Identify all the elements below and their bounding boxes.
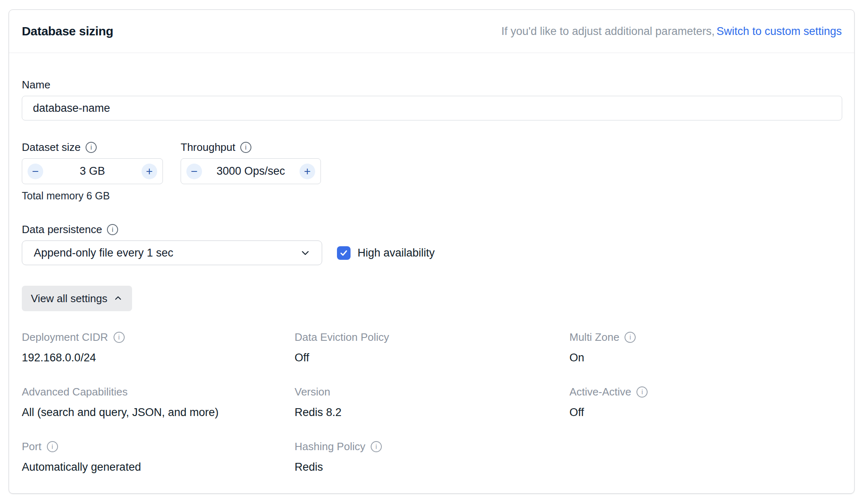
dataset-size-decrease-button[interactable]: − xyxy=(28,164,43,179)
dataset-size-label: Dataset size xyxy=(22,141,81,154)
data-persistence-section: Data persistence i Append-only file ever… xyxy=(22,223,842,265)
high-availability-checkbox[interactable] xyxy=(337,246,351,260)
setting-value: Off xyxy=(569,406,842,419)
setting-value: On xyxy=(569,351,842,364)
setting-value: Off xyxy=(295,351,569,364)
data-persistence-row: Append-only file every 1 sec High availa… xyxy=(22,240,842,265)
setting-label: Data Eviction Policy xyxy=(295,331,389,344)
dataset-size-group: Dataset size i − 3 GB + Total memory 6 G… xyxy=(22,141,163,202)
sizing-steppers-row: Dataset size i − 3 GB + Total memory 6 G… xyxy=(22,141,842,202)
database-sizing-card: Database sizing If you'd like to adjust … xyxy=(9,9,855,494)
setting-cell-deployment-cidr: Deployment CIDR i 192.168.0.0/24 xyxy=(22,331,295,364)
throughput-decrease-button[interactable]: − xyxy=(186,164,202,179)
view-all-settings-button[interactable]: View all settings xyxy=(22,286,132,311)
setting-value: 192.168.0.0/24 xyxy=(22,351,295,364)
checkmark-icon xyxy=(339,249,348,257)
data-persistence-info-icon[interactable]: i xyxy=(107,224,118,235)
view-all-settings-label: View all settings xyxy=(31,292,107,305)
throughput-group: Throughput i − 3000 Ops/sec + xyxy=(181,141,321,202)
dataset-size-increase-button[interactable]: + xyxy=(142,164,157,179)
switch-to-custom-settings-link[interactable]: Switch to custom settings xyxy=(716,25,842,37)
data-persistence-selected-value: Append-only file every 1 sec xyxy=(34,247,173,259)
setting-value: Automatically generated xyxy=(22,461,295,474)
setting-label: Advanced Capabilities xyxy=(22,386,128,398)
setting-label-row: Advanced Capabilities xyxy=(22,386,295,398)
setting-label: Version xyxy=(295,386,330,398)
setting-cell-data-eviction-policy: Data Eviction Policy Off xyxy=(295,331,569,364)
setting-label-row: Hashing Policy i xyxy=(295,440,569,453)
setting-label-row: Multi Zone i xyxy=(569,331,842,344)
chevron-down-icon xyxy=(300,247,311,259)
throughput-info-icon[interactable]: i xyxy=(240,142,251,153)
active-active-info-icon[interactable]: i xyxy=(636,386,648,398)
dataset-size-info-icon[interactable]: i xyxy=(86,142,97,153)
setting-cell-empty xyxy=(569,440,842,474)
dataset-size-value: 3 GB xyxy=(43,165,142,178)
high-availability-label: High availability xyxy=(358,247,435,259)
data-persistence-label: Data persistence xyxy=(22,223,102,236)
page-title: Database sizing xyxy=(22,24,113,38)
throughput-increase-button[interactable]: + xyxy=(300,164,315,179)
dataset-size-stepper: − 3 GB + xyxy=(22,158,163,184)
card-body: Name Dataset size i − 3 GB + Total memor… xyxy=(9,53,854,474)
setting-label-row: Data Eviction Policy xyxy=(295,331,569,344)
setting-cell-active-active: Active-Active i Off xyxy=(569,386,842,419)
throughput-stepper: − 3000 Ops/sec + xyxy=(181,158,321,184)
setting-cell-port: Port i Automatically generated xyxy=(22,440,295,474)
throughput-value: 3000 Ops/sec xyxy=(202,165,300,178)
dataset-size-label-row: Dataset size i xyxy=(22,141,163,154)
high-availability-checkbox-row[interactable]: High availability xyxy=(337,246,435,260)
database-name-input[interactable] xyxy=(22,96,842,120)
setting-label: Port xyxy=(22,440,42,453)
setting-value: Redis xyxy=(295,461,569,474)
setting-label-row: Port i xyxy=(22,440,295,453)
setting-label: Active-Active xyxy=(569,386,631,398)
setting-label-row: Deployment CIDR i xyxy=(22,331,295,344)
data-persistence-label-row: Data persistence i xyxy=(22,223,842,236)
port-info-icon[interactable]: i xyxy=(47,441,58,452)
setting-cell-multi-zone: Multi Zone i On xyxy=(569,331,842,364)
multi-zone-info-icon[interactable]: i xyxy=(625,332,636,343)
throughput-label: Throughput xyxy=(181,141,235,154)
header-note-wrap: If you'd like to adjust additional param… xyxy=(501,25,842,38)
setting-cell-version: Version Redis 8.2 xyxy=(295,386,569,419)
total-memory-text: Total memory 6 GB xyxy=(22,190,163,202)
setting-cell-hashing-policy: Hashing Policy i Redis xyxy=(295,440,569,474)
setting-label: Deployment CIDR xyxy=(22,331,108,344)
header-note: If you'd like to adjust additional param… xyxy=(501,25,714,37)
setting-cell-advanced-capabilities: Advanced Capabilities All (search and qu… xyxy=(22,386,295,419)
data-persistence-select[interactable]: Append-only file every 1 sec xyxy=(22,240,322,265)
deployment-cidr-info-icon[interactable]: i xyxy=(114,332,125,343)
settings-summary-grid: Deployment CIDR i 192.168.0.0/24 Data Ev… xyxy=(22,331,842,474)
setting-label-row: Version xyxy=(295,386,569,398)
name-label: Name xyxy=(22,79,842,91)
chevron-up-icon xyxy=(113,294,123,303)
setting-label: Multi Zone xyxy=(569,331,619,344)
setting-label: Hashing Policy xyxy=(295,440,365,453)
throughput-label-row: Throughput i xyxy=(181,141,321,154)
setting-label-row: Active-Active i xyxy=(569,386,842,398)
setting-value: All (search and query, JSON, and more) xyxy=(22,406,295,419)
hashing-policy-info-icon[interactable]: i xyxy=(371,441,382,452)
card-header: Database sizing If you'd like to adjust … xyxy=(9,10,854,53)
setting-value: Redis 8.2 xyxy=(295,406,569,419)
